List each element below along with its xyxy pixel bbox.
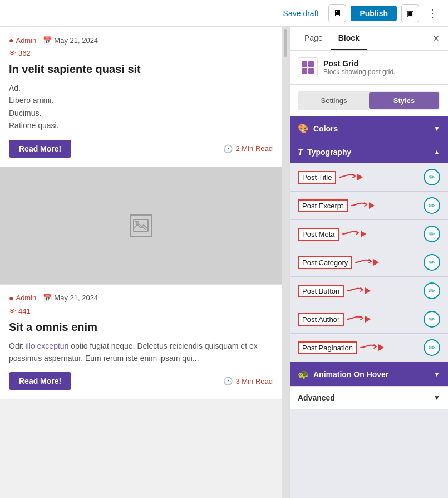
tab-block[interactable]: Block [331, 27, 367, 50]
post-excerpt-label: Post Excerpt [298, 199, 348, 212]
edit-post-author-button[interactable]: ✏ [424, 311, 440, 328]
typography-chevron-icon: ▲ [434, 148, 440, 156]
scroll-container: ● Admin 📅 May 21, 2024 👁 362 [0, 27, 282, 399]
toggle-settings-btn[interactable]: Settings [299, 92, 369, 109]
settings-styles-toggle: Settings Styles [298, 91, 440, 110]
edit-post-category-button[interactable]: ✏ [424, 254, 440, 271]
typography-item-post-pagination: Post Pagination ✏ [290, 334, 448, 362]
post-meta-row: ● Admin 📅 May 21, 2024 [9, 36, 273, 45]
scrollbar-thumb[interactable] [284, 29, 287, 57]
views-count-3: 441 [18, 307, 31, 315]
block-icon-cell-3 [302, 68, 307, 74]
svg-marker-3 [357, 174, 363, 180]
edit-post-title-button[interactable]: ✏ [424, 169, 440, 185]
read-more-button[interactable]: Read More! [9, 140, 71, 158]
typography-section-header[interactable]: T Typography ▲ [290, 140, 448, 163]
block-icon-cell-1 [302, 61, 307, 67]
clock-icon: 🕐 [223, 144, 233, 153]
svg-marker-5 [361, 231, 366, 237]
author-name: Admin [16, 36, 36, 45]
arrow-post-excerpt [350, 200, 378, 211]
block-icon-cell-4 [308, 68, 314, 74]
arrow-post-button [346, 285, 374, 296]
typography-item-post-meta: Post Meta ✏ [290, 220, 448, 248]
post-button-label: Post Button [298, 285, 344, 297]
label-wrap-post-author: Post Author [298, 313, 374, 326]
more-icon: ⋮ [427, 7, 438, 20]
arrow-post-category [355, 257, 382, 268]
post-card: ● Admin 📅 May 21, 2024 👁 362 [0, 27, 282, 167]
svg-marker-6 [373, 259, 379, 266]
post-views-row-3: 👁 441 [9, 307, 273, 315]
publish-button[interactable]: Publish [351, 6, 397, 21]
label-wrap-post-title: Post Title [298, 171, 366, 184]
toggle-styles-btn[interactable]: Styles [369, 92, 439, 109]
min-read-text-3: 3 Min Read [236, 377, 273, 385]
image-broken-icon [130, 214, 152, 237]
typography-label: Typography [307, 148, 351, 157]
post-title-3: Sit a omnis enim [9, 320, 273, 334]
post-views: 👁 362 [9, 49, 31, 57]
post-pagination-label: Post Pagination [298, 341, 357, 354]
edit-post-pagination-button[interactable]: ✏ [424, 339, 440, 356]
post-views-3: 👁 441 [9, 307, 31, 315]
post-author: ● Admin [9, 36, 36, 45]
eye-icon: 👁 [9, 49, 16, 57]
label-wrap-post-category: Post Category [298, 256, 382, 269]
post-author-label: Post Author [298, 313, 344, 326]
panel-tabs: Page Block × [290, 27, 448, 51]
panel-close-button[interactable]: × [431, 31, 441, 47]
calendar-icon-3: 📅 [43, 294, 52, 302]
arrow-post-pagination [360, 342, 387, 353]
post-date-3: 📅 May 21, 2024 [43, 294, 98, 302]
tab-page[interactable]: Page [297, 27, 331, 50]
content-area: ● Admin 📅 May 21, 2024 👁 362 [0, 27, 282, 498]
post-title: In velit sapiente quasi sit [9, 62, 273, 76]
label-wrap-post-pagination: Post Pagination [298, 341, 387, 354]
panel-toggle-button[interactable]: ▣ [401, 4, 419, 22]
advanced-section-header[interactable]: Advanced ▼ [290, 386, 448, 409]
post-excerpt: Ad. Libero animi. Ducimus. Ratione quasi… [9, 82, 273, 132]
screen-view-button[interactable]: 🖥 [328, 4, 346, 22]
typography-item-post-author: Post Author ✏ [290, 305, 448, 334]
post-meta-label: Post Meta [298, 228, 339, 241]
eye-icon-3: 👁 [9, 307, 16, 315]
post-author-3: ● Admin [9, 294, 36, 302]
advanced-chevron-icon: ▼ [434, 394, 440, 402]
colors-label: Colors [313, 124, 338, 133]
animation-chevron-icon: ▼ [434, 370, 440, 378]
views-count: 362 [18, 49, 31, 57]
post-title-label: Post Title [298, 171, 336, 184]
label-wrap-post-meta: Post Meta [298, 228, 370, 241]
edit-post-excerpt-button[interactable]: ✏ [424, 197, 440, 214]
edit-post-meta-button[interactable]: ✏ [424, 226, 440, 242]
colors-section-header[interactable]: 🎨 Colors ▼ [290, 116, 448, 140]
animation-header-left: 🐢 Animation On Hover [298, 369, 388, 379]
post-card-2 [0, 167, 282, 285]
author-icon-3: ● [9, 294, 13, 302]
block-icon-grid [302, 61, 314, 74]
typography-item-post-title: Post Title ✏ [290, 163, 448, 192]
scrollbar[interactable] [282, 27, 289, 498]
animation-icon: 🐢 [298, 369, 309, 379]
svg-marker-7 [365, 287, 371, 294]
block-details: Post Grid Block showing post grid. [323, 59, 440, 76]
colors-icon: 🎨 [298, 123, 309, 134]
save-draft-button[interactable]: Save draft [278, 6, 324, 21]
main-layout: ● Admin 📅 May 21, 2024 👁 362 [0, 27, 448, 498]
edit-post-button-button[interactable]: ✏ [424, 282, 440, 299]
more-options-button[interactable]: ⋮ [424, 4, 441, 22]
block-desc: Block showing post grid. [323, 68, 440, 76]
animation-section-header[interactable]: 🐢 Animation On Hover ▼ [290, 362, 448, 386]
block-icon [298, 57, 318, 77]
svg-marker-4 [369, 202, 375, 209]
read-more-button-3[interactable]: Read More! [9, 372, 71, 390]
block-icon-cell-2 [308, 61, 314, 67]
block-info: Post Grid Block showing post grid. [290, 51, 448, 85]
svg-marker-9 [378, 344, 384, 351]
typography-item-post-category: Post Category ✏ [290, 248, 448, 277]
clock-icon-3: 🕐 [223, 377, 233, 385]
min-read-3: 🕐 3 Min Read [223, 377, 273, 385]
label-wrap-post-button: Post Button [298, 285, 374, 297]
block-name: Post Grid [323, 59, 440, 68]
